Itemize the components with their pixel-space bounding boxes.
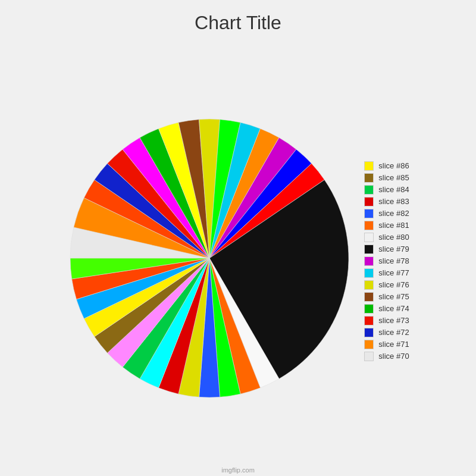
legend-color-swatch [364,352,374,361]
legend-color-swatch [364,304,374,314]
legend-color-swatch [364,328,374,337]
legend-label: slice #70 [378,352,409,361]
legend-item: slice #85 [364,173,409,183]
legend-item: slice #70 [364,352,409,361]
legend-item: slice #75 [364,292,409,302]
legend-color-swatch [364,197,374,206]
legend-color-swatch [364,340,374,349]
legend-item: slice #84 [364,185,409,195]
legend-color-swatch [364,280,374,290]
legend-label: slice #72 [378,328,409,337]
legend-item: slice #72 [364,328,409,337]
legend-color-swatch [364,316,374,325]
legend-item: slice #83 [364,197,409,206]
legend-label: slice #79 [378,245,409,253]
legend-item: slice #86 [364,161,409,171]
legend-label: slice #78 [378,256,409,265]
legend-label: slice #75 [378,292,409,301]
legend-label: slice #83 [378,197,409,206]
legend-label: slice #82 [378,209,409,218]
legend-color-swatch [364,233,374,242]
legend-label: slice #73 [378,316,409,325]
legend-color-swatch [364,245,374,254]
legend-label: slice #86 [378,161,409,170]
legend-item: slice #77 [364,268,409,278]
legend-color-swatch [364,161,374,171]
legend-color-swatch [364,292,374,302]
legend-color-swatch [364,256,374,266]
legend-label: slice #71 [378,340,409,349]
legend-label: slice #80 [378,233,409,242]
pie-chart [67,115,352,401]
legend-color-swatch [364,221,374,230]
legend-color-swatch [364,185,374,195]
legend-label: slice #77 [378,268,409,277]
legend-item: slice #80 [364,233,409,242]
legend-label: slice #85 [378,173,409,182]
legend-item: slice #81 [364,221,409,230]
legend-item: slice #79 [364,245,409,254]
legend-item: slice #73 [364,316,409,325]
legend-color-swatch [364,173,374,183]
chart-container: Chart Title slice #86slice #85slice #84s… [0,0,476,476]
credit-text: imgflip.com [221,466,255,474]
chart-title: Chart Title [195,12,281,34]
legend-label: slice #81 [378,221,409,230]
legend-item: slice #71 [364,340,409,349]
legend-item: slice #76 [364,280,409,290]
chart-legend: slice #86slice #85slice #84slice #83slic… [364,161,409,361]
legend-label: slice #74 [378,304,409,313]
chart-area: slice #86slice #85slice #84slice #83slic… [0,40,476,476]
legend-item: slice #82 [364,209,409,218]
legend-color-swatch [364,209,374,218]
legend-color-swatch [364,268,374,278]
legend-label: slice #84 [378,185,409,194]
legend-item: slice #74 [364,304,409,314]
legend-label: slice #76 [378,280,409,289]
legend-item: slice #78 [364,256,409,266]
